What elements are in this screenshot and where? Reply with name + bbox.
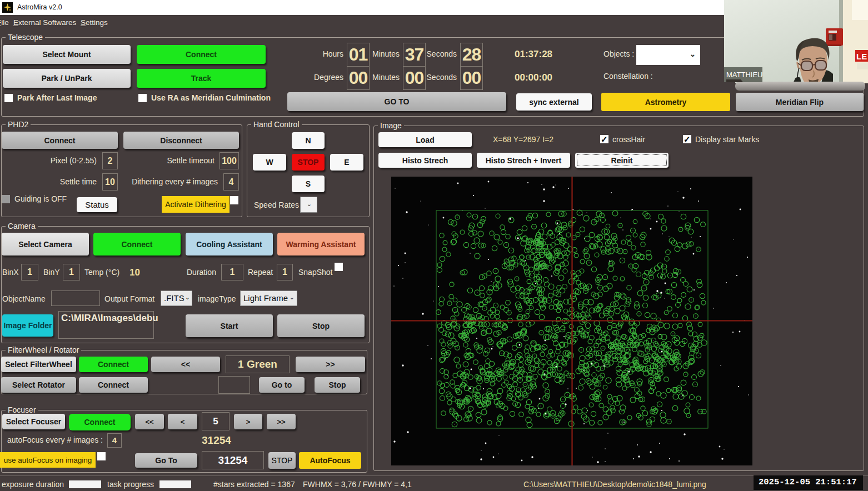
svg-text:LE: LE: [856, 52, 867, 61]
svg-text:MATTHIEU: MATTHIEU: [726, 71, 762, 79]
